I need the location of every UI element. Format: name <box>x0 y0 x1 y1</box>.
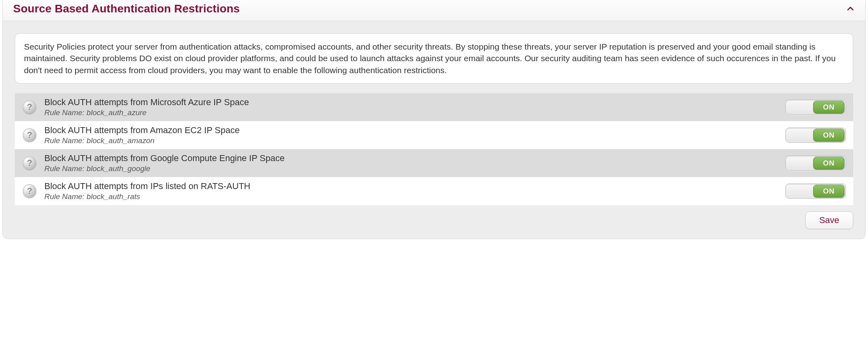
rule-row: Block AUTH attempts from Google Compute … <box>15 149 853 177</box>
rule-row: Block AUTH attempts from IPs listed on R… <box>15 177 853 205</box>
rule-row: Block AUTH attempts from Amazon EC2 IP S… <box>15 121 853 149</box>
rule-text: Block AUTH attempts from IPs listed on R… <box>44 181 777 201</box>
rule-title: Block AUTH attempts from Amazon EC2 IP S… <box>44 125 777 136</box>
help-icon[interactable] <box>23 100 36 114</box>
panel-footer: Save <box>15 205 853 229</box>
rule-text: Block AUTH attempts from Amazon EC2 IP S… <box>44 125 777 145</box>
rule-subtitle: Rule Name: block_auth_azure <box>44 108 777 117</box>
toggle-switch[interactable]: ON <box>785 128 846 143</box>
toggle-on-label: ON <box>813 157 844 170</box>
rule-title: Block AUTH attempts from Microsoft Azure… <box>44 97 777 108</box>
rule-text: Block AUTH attempts from Microsoft Azure… <box>44 97 777 117</box>
rule-subtitle: Rule Name: block_auth_amazon <box>44 136 777 145</box>
panel-description: Security Policies protect your server fr… <box>15 33 853 84</box>
toggle-on-label: ON <box>813 185 844 197</box>
toggle-switch[interactable]: ON <box>785 156 846 171</box>
chevron-up-icon[interactable] <box>846 4 855 13</box>
panel-header[interactable]: Source Based Authentication Restrictions <box>3 0 865 21</box>
toggle-on-label: ON <box>813 101 844 114</box>
panel-title: Source Based Authentication Restrictions <box>13 2 240 15</box>
rule-title: Block AUTH attempts from IPs listed on R… <box>44 181 777 191</box>
toggle-switch[interactable]: ON <box>785 100 846 115</box>
rule-subtitle: Rule Name: block_auth_google <box>44 164 777 173</box>
rule-row: Block AUTH attempts from Microsoft Azure… <box>15 93 853 121</box>
help-icon[interactable] <box>23 184 36 198</box>
toggle-switch[interactable]: ON <box>785 183 846 199</box>
toggle-on-label: ON <box>813 129 844 142</box>
save-button[interactable]: Save <box>805 211 853 229</box>
help-icon[interactable] <box>23 128 36 142</box>
panel-body: Security Policies protect your server fr… <box>3 21 865 239</box>
rule-list: Block AUTH attempts from Microsoft Azure… <box>15 93 853 205</box>
panel-source-auth-restrictions: Source Based Authentication Restrictions… <box>2 0 866 239</box>
rule-title: Block AUTH attempts from Google Compute … <box>44 153 777 164</box>
help-icon[interactable] <box>23 156 36 170</box>
rule-subtitle: Rule Name: block_auth_rats <box>44 192 777 201</box>
rule-text: Block AUTH attempts from Google Compute … <box>44 153 777 173</box>
